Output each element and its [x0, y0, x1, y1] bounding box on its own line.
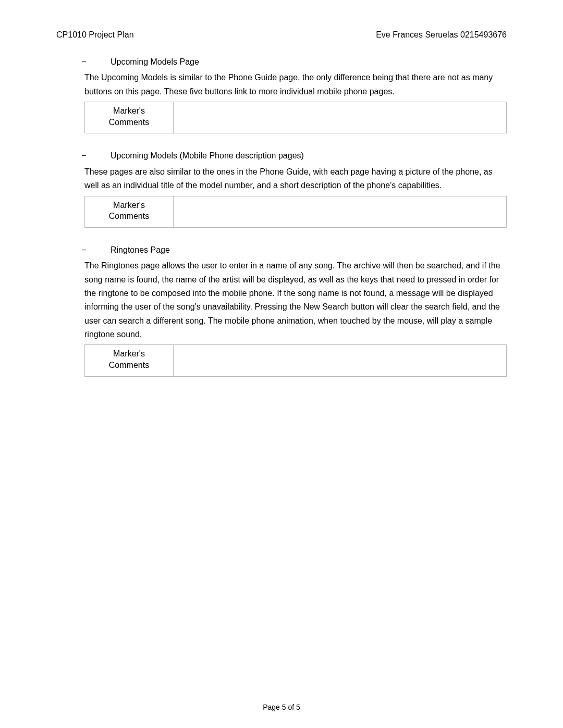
marker-comments-box: Marker's Comments — [84, 102, 507, 133]
page-content: −Upcoming Models Page The Upcoming Model… — [56, 55, 507, 377]
marker-comments-box: Marker's Comments — [84, 196, 507, 228]
section-bullet: −Ringtones Page — [84, 243, 507, 257]
marker-label-line1: Marker's — [113, 106, 145, 115]
marker-label-line2: Comments — [109, 212, 149, 220]
marker-comments-label-cell: Marker's Comments — [85, 345, 174, 376]
marker-label-line2: Comments — [109, 361, 149, 369]
page-footer: Page 5 of 5 — [0, 703, 563, 711]
section-bullet: −Upcoming Models Page — [84, 55, 507, 69]
marker-comments-field[interactable] — [174, 196, 507, 227]
header-right: Eve Frances Seruelas 0215493676 — [376, 30, 507, 40]
marker-comments-label-cell: Marker's Comments — [85, 196, 174, 227]
section-body: The Ringtones page allows the user to en… — [84, 259, 507, 341]
dash-icon: − — [96, 243, 111, 257]
section-title: Ringtones Page — [111, 245, 170, 254]
marker-label-line1: Marker's — [113, 201, 145, 209]
marker-comments-label-cell: Marker's Comments — [85, 102, 174, 133]
dash-icon: − — [96, 149, 111, 163]
section-title: Upcoming Models Page — [111, 57, 199, 66]
section-title: Upcoming Models (Mobile Phone descriptio… — [111, 151, 304, 160]
marker-comments-field[interactable] — [174, 102, 507, 133]
dash-icon: − — [96, 55, 111, 69]
marker-comments-box: Marker's Comments — [84, 344, 507, 376]
marker-comments-field[interactable] — [174, 345, 507, 376]
document-page: CP1010 Project Plan Eve Frances Seruelas… — [0, 0, 563, 728]
page-header: CP1010 Project Plan Eve Frances Seruelas… — [56, 30, 507, 40]
section-body: The Upcoming Models is similar to the Ph… — [84, 71, 507, 98]
section-body: These pages are also similar to the ones… — [84, 165, 507, 193]
marker-label-line2: Comments — [109, 118, 149, 127]
header-left: CP1010 Project Plan — [56, 30, 134, 40]
section-bullet: −Upcoming Models (Mobile Phone descripti… — [84, 149, 507, 163]
marker-label-line1: Marker's — [113, 349, 145, 358]
